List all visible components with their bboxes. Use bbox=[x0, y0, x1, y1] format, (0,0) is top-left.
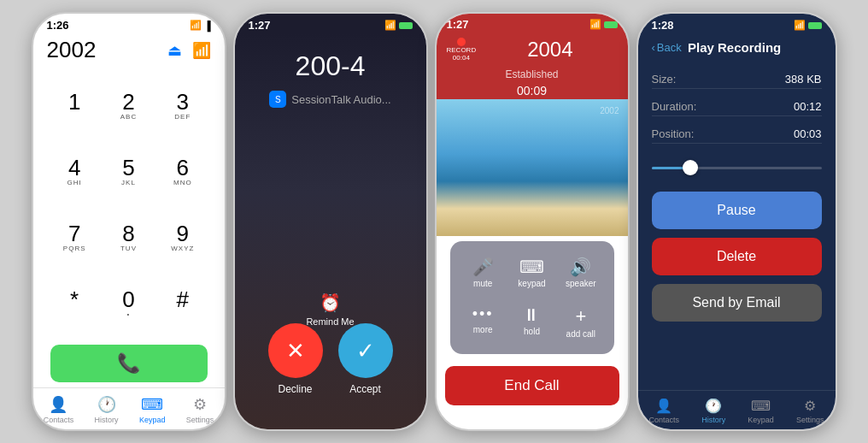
call-icon: 📞 bbox=[117, 352, 140, 375]
more-button[interactable]: ••• more bbox=[460, 300, 506, 344]
key-hash[interactable]: # bbox=[158, 274, 207, 334]
mute-button[interactable]: 🎤 mute bbox=[460, 251, 506, 293]
status-time-2: 1:27 bbox=[249, 19, 271, 32]
hold-label: hold bbox=[524, 327, 540, 336]
battery-icon-1: ▐ bbox=[204, 21, 211, 31]
key-3[interactable]: 3DEF bbox=[158, 75, 207, 136]
email-label: Send by Email bbox=[692, 295, 780, 310]
status-time-1: 1:26 bbox=[47, 19, 69, 32]
phone-active-call: 1:27 📶 RECORD 00:04 2004 Established 00:… bbox=[435, 12, 630, 431]
wifi-icon-1: 📶 bbox=[190, 20, 202, 31]
key-star[interactable]: * bbox=[50, 274, 99, 334]
bottom-nav-1: 👤 Contacts 🕐 History ⌨ Keypad ⚙ Settings bbox=[33, 387, 225, 429]
active-call-number: 2004 bbox=[483, 38, 617, 62]
record-label: RECORD bbox=[447, 46, 477, 54]
settings-icon-1: ⚙ bbox=[193, 395, 207, 414]
keypad-icon: ⌨ bbox=[519, 257, 544, 277]
key-7[interactable]: 7PQRS bbox=[50, 208, 99, 269]
dialer-icons: ⏏ 📶 bbox=[167, 41, 211, 60]
battery-icon-3 bbox=[604, 21, 618, 28]
hold-button[interactable]: ⏸ hold bbox=[509, 300, 554, 344]
back-label: Back bbox=[657, 41, 682, 54]
duration-row: Duration: 00:12 bbox=[652, 97, 822, 116]
key-1[interactable]: 1 bbox=[50, 75, 99, 136]
decline-label: Decline bbox=[278, 383, 312, 395]
speaker-label: speaker bbox=[566, 279, 596, 288]
keypad-grid: 1 2ABC 3DEF 4GHI 5JKL 6MNO 7PQRS 8TUV 9W… bbox=[33, 70, 225, 340]
progress-container[interactable] bbox=[652, 159, 822, 176]
key-8[interactable]: 8TUV bbox=[104, 208, 153, 269]
key-0[interactable]: 0• bbox=[104, 274, 153, 334]
nav-settings-1[interactable]: ⚙ Settings bbox=[186, 395, 214, 424]
history-icon-4: 🕐 bbox=[705, 398, 722, 414]
keypad-button[interactable]: ⌨ keypad bbox=[509, 251, 554, 293]
key-9[interactable]: 9WXYZ bbox=[158, 208, 207, 269]
pause-button[interactable]: Pause bbox=[652, 192, 822, 229]
back-chevron-icon: ‹ bbox=[652, 41, 655, 54]
status-bar-3: 1:27 📶 bbox=[437, 14, 628, 32]
nav-keypad-4[interactable]: ⌨ Keypad bbox=[748, 398, 774, 424]
back-button[interactable]: ‹ Back bbox=[652, 41, 682, 54]
battery-icon-4 bbox=[808, 22, 822, 29]
speaker-button[interactable]: 🔊 speaker bbox=[558, 251, 603, 293]
key-2[interactable]: 2ABC bbox=[104, 75, 153, 136]
recording-body: Size: 388 KB Duration: 00:12 Position: 0… bbox=[638, 60, 836, 390]
nav-history-4[interactable]: 🕐 History bbox=[701, 398, 725, 424]
status-bar-1: 1:26 📶 ▐ bbox=[33, 14, 225, 33]
end-call-label: End Call bbox=[504, 377, 559, 394]
decline-button[interactable]: ✕ bbox=[268, 323, 323, 378]
bottom-nav-4: 👤 Contacts 🕐 History ⌨ Keypad ⚙ Settings bbox=[638, 390, 836, 429]
battery-icon-2 bbox=[399, 22, 413, 29]
more-icon: ••• bbox=[472, 305, 494, 323]
status-time-4: 1:28 bbox=[652, 19, 674, 32]
recording-title: Play Recording bbox=[682, 40, 788, 55]
record-indicator: RECORD 00:04 bbox=[447, 38, 477, 62]
history-label-4: History bbox=[701, 416, 725, 424]
key-5[interactable]: 5JKL bbox=[104, 141, 153, 202]
hold-icon: ⏸ bbox=[523, 305, 540, 325]
position-row: Position: 00:03 bbox=[652, 125, 822, 144]
nav-keypad-1[interactable]: ⌨ Keypad bbox=[139, 395, 166, 424]
key-4[interactable]: 4GHI bbox=[50, 141, 99, 202]
dialer-number: 2002 bbox=[47, 37, 97, 63]
end-call-button[interactable]: End Call bbox=[445, 366, 619, 405]
voicemail-icon[interactable]: ⏏ bbox=[167, 41, 182, 60]
wifi-icon-3: 📶 bbox=[589, 19, 601, 30]
decline-icon: ✕ bbox=[286, 338, 305, 364]
settings-label-1: Settings bbox=[186, 416, 214, 424]
call-controls: 🎤 mute ⌨ keypad 🔊 speaker bbox=[450, 241, 614, 354]
add-call-button[interactable]: + add call bbox=[558, 300, 603, 344]
delete-label: Delete bbox=[717, 249, 756, 264]
key-6[interactable]: 6MNO bbox=[158, 141, 207, 202]
status-bar-2: 1:27 📶 bbox=[235, 14, 426, 33]
status-icons-4: 📶 bbox=[794, 19, 822, 32]
incoming-app-info: S SessionTalk Audio... bbox=[269, 91, 390, 108]
ocean-background: 2002 bbox=[437, 99, 628, 236]
more-label: more bbox=[473, 325, 493, 334]
settings-label-4: Settings bbox=[796, 416, 824, 424]
alarm-icon: ⏰ bbox=[320, 292, 341, 313]
keypad-icon-4: ⌨ bbox=[751, 398, 771, 414]
other-number: 2002 bbox=[600, 106, 619, 115]
record-dot bbox=[457, 38, 466, 46]
status-icons-1: 📶 ▐ bbox=[190, 20, 211, 31]
nav-history-1[interactable]: 🕐 History bbox=[95, 395, 119, 424]
duration-value: 00:12 bbox=[794, 100, 822, 113]
call-timer: 00:09 bbox=[437, 82, 628, 99]
app-icon: S bbox=[269, 91, 286, 108]
accept-button[interactable]: ✓ bbox=[338, 323, 393, 378]
decline-section: ✕ Decline bbox=[268, 323, 323, 395]
nav-settings-4[interactable]: ⚙ Settings bbox=[796, 398, 824, 424]
size-label: Size: bbox=[652, 73, 677, 86]
progress-thumb[interactable] bbox=[683, 160, 698, 175]
call-button[interactable]: 📞 bbox=[50, 345, 208, 382]
nav-contacts-4[interactable]: 👤 Contacts bbox=[649, 398, 680, 424]
progress-track bbox=[652, 167, 822, 169]
signal-icon[interactable]: 📶 bbox=[192, 41, 211, 60]
delete-button[interactable]: Delete bbox=[652, 238, 822, 275]
nav-contacts-1[interactable]: 👤 Contacts bbox=[44, 395, 74, 424]
email-button[interactable]: Send by Email bbox=[652, 284, 822, 322]
remind-me-section: ⏰ Remind Me bbox=[306, 292, 354, 327]
incoming-caller: 200-4 bbox=[296, 50, 366, 82]
contacts-label-4: Contacts bbox=[649, 416, 680, 424]
